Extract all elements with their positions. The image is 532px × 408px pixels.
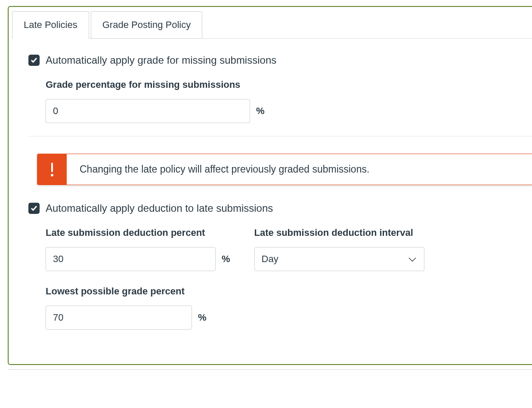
divider xyxy=(28,136,532,136)
checkmark-icon xyxy=(31,205,37,212)
lowest-grade-label: Lowest possible grade percent xyxy=(46,286,532,297)
deduction-percent-label: Late submission deduction percent xyxy=(46,227,230,238)
svg-rect-0 xyxy=(51,163,53,172)
tabs: Late Policies Grade Posting Policy xyxy=(12,6,532,39)
late-deduction-checkbox[interactable] xyxy=(28,203,40,214)
warning-icon xyxy=(37,154,67,185)
tab-late-policies[interactable]: Late Policies xyxy=(12,11,89,39)
tab-content: Automatically apply grade for missing su… xyxy=(9,39,532,364)
missing-submissions-checkbox-row: Automatically apply grade for missing su… xyxy=(28,54,532,66)
alert-text: Changing the late policy will affect pre… xyxy=(67,154,382,185)
deduction-percent-col: Late submission deduction percent % xyxy=(46,227,230,271)
missing-submissions-checkbox[interactable] xyxy=(28,55,40,66)
late-deduction-checkbox-row: Automatically apply deduction to late su… xyxy=(28,202,532,214)
percent-suffix: % xyxy=(256,105,265,117)
missing-submissions-checkbox-label: Automatically apply grade for missing su… xyxy=(46,54,276,66)
deduction-percent-input[interactable] xyxy=(46,247,216,271)
percent-suffix: % xyxy=(198,312,207,323)
missing-grade-input[interactable] xyxy=(46,99,250,123)
deduction-fields-row: Late submission deduction percent % Late… xyxy=(46,227,532,271)
svg-point-1 xyxy=(51,174,53,176)
deduction-interval-col: Late submission deduction interval xyxy=(254,227,424,271)
deduction-interval-select[interactable] xyxy=(254,247,424,271)
bottom-border xyxy=(8,369,532,370)
lowest-grade-field-group: Lowest possible grade percent % xyxy=(46,286,532,330)
settings-panel: Late Policies Grade Posting Policy Autom… xyxy=(8,6,532,365)
percent-suffix: % xyxy=(222,253,230,265)
lowest-grade-input[interactable] xyxy=(46,306,192,330)
missing-grade-label: Grade percentage for missing submissions xyxy=(46,79,532,90)
checkmark-icon xyxy=(31,57,37,64)
missing-grade-field-group: Grade percentage for missing submissions… xyxy=(46,79,532,123)
deduction-interval-label: Late submission deduction interval xyxy=(254,227,424,238)
late-deduction-checkbox-label: Automatically apply deduction to late su… xyxy=(46,202,273,214)
tab-grade-posting-policy[interactable]: Grade Posting Policy xyxy=(91,11,202,39)
late-policy-alert: Changing the late policy will affect pre… xyxy=(37,154,532,185)
